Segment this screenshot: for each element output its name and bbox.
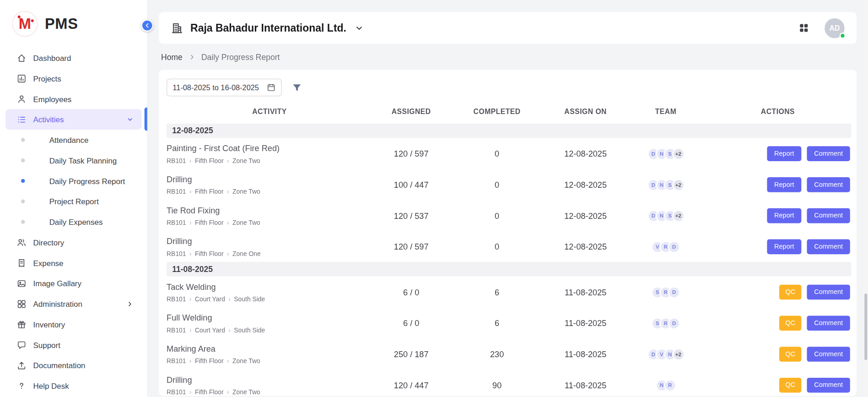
sidebar-collapse-button[interactable] (141, 19, 153, 32)
assign-on-value: 12-08-2025 (544, 211, 627, 221)
activity-location-path: RB101›Fifth Floor›Zone One (167, 250, 372, 257)
date-group-header: 12-08-2025 (167, 124, 851, 138)
sidebar-item-daily-expenses[interactable]: Daily Expenses (5, 212, 142, 232)
team-avatars: NR (627, 379, 704, 392)
sidebar-item-label: Projects (33, 74, 61, 82)
location-segment: Fifth Floor (195, 358, 224, 364)
sidebar-item-daily-task-planning[interactable]: Daily Task Planning (5, 150, 142, 171)
upload-icon (16, 360, 27, 370)
activity-name: Drilling (167, 236, 372, 246)
assigned-value: 120 / 597 (372, 242, 450, 252)
team-avatars: VRD (627, 241, 704, 253)
location-segment: Zone Two (232, 358, 260, 364)
table-row: DrillingRB101›Fifth Floor›Zone Two100 / … (167, 169, 851, 200)
sidebar-item-help-desk[interactable]: Help Desk (5, 375, 142, 396)
bullet-icon (21, 220, 25, 223)
sidebar-item-directory[interactable]: Directory (5, 232, 142, 253)
sidebar-item-expense[interactable]: Expense (5, 253, 142, 273)
column-header-assigned: ASSIGNED (372, 108, 450, 116)
location-segment: Fifth Floor (195, 250, 224, 257)
completed-value: 6 (450, 318, 544, 328)
table-row: Tack WeldingRB101›Court Yard›South Side6… (167, 277, 851, 308)
sidebar-item-projects[interactable]: Projects (5, 68, 142, 89)
topbar: Raja Bahadur International Ltd. AD (159, 12, 857, 44)
sidebar-item-label: Daily Expenses (49, 218, 103, 226)
sidebar-item-label: Help Desk (33, 381, 69, 390)
logo-dot (18, 16, 21, 18)
completed-value: 6 (450, 288, 544, 297)
report-button[interactable]: Report (767, 146, 801, 161)
sidebar-item-label: Administration (33, 299, 82, 308)
company-selector[interactable]: Raja Bahadur International Ltd. (171, 22, 364, 34)
team-extra-badge: +2 (672, 147, 685, 160)
assigned-value: 100 / 447 (372, 180, 450, 190)
scrollbar-thumb[interactable] (864, 294, 867, 360)
row-actions: ReportComment (705, 208, 852, 223)
report-button[interactable]: Report (767, 177, 801, 192)
help-icon (16, 381, 27, 391)
sidebar-item-image-gallary[interactable]: Image Gallary (5, 273, 142, 294)
assigned-value: 6 / 0 (372, 288, 450, 297)
sidebar-item-label: Image Gallary (33, 279, 81, 288)
sidebar-item-attendance[interactable]: Attendance (5, 130, 142, 150)
comment-button[interactable]: Comment (807, 347, 850, 362)
chevron-left-icon (144, 22, 151, 29)
comment-button[interactable]: Comment (807, 378, 850, 393)
date-range-input[interactable]: 11-08-2025 to 16-08-2025 (167, 79, 282, 97)
completed-value: 0 (450, 149, 544, 158)
assign-on-value: 12-08-2025 (544, 242, 627, 252)
table-row: Tie Rod FixingRB101›Fifth Floor›Zone Two… (167, 200, 851, 231)
sidebar-item-project-report[interactable]: Project Report (5, 191, 142, 212)
sidebar-item-administration[interactable]: Administration (5, 294, 142, 314)
column-header-team: TEAM (627, 108, 704, 116)
brand-logo: M (12, 11, 38, 37)
sidebar-item-employees[interactable]: Employees (5, 89, 142, 109)
team-avatars: DNS+2 (627, 147, 704, 160)
qc-button[interactable]: QC (779, 347, 801, 362)
bullet-icon (21, 199, 25, 203)
report-button[interactable]: Report (767, 208, 801, 223)
sidebar-item-documentation[interactable]: Documentation (5, 355, 142, 375)
user-avatar[interactable]: AD (825, 18, 845, 38)
report-card: 11-08-2025 to 16-08-2025 ACTIVITY ASSIGN… (159, 70, 857, 396)
sidebar-item-label: Expense (33, 258, 64, 267)
chevron-right-icon: › (189, 188, 192, 195)
comment-button[interactable]: Comment (807, 285, 850, 300)
sidebar-item-activities[interactable]: Activities (5, 109, 142, 130)
team-avatars: DVN+2 (627, 348, 704, 360)
report-button[interactable]: Report (767, 239, 801, 254)
row-actions: QCComment (705, 315, 852, 331)
image-icon (16, 278, 27, 288)
sidebar-item-label: Dashboard (33, 54, 71, 62)
breadcrumb-home[interactable]: Home (161, 53, 183, 61)
home-icon (16, 53, 27, 63)
sidebar-item-dashboard[interactable]: Dashboard (5, 48, 142, 68)
breadcrumb: Home Daily Progress Report (159, 44, 857, 70)
qc-button[interactable]: QC (779, 378, 801, 393)
location-segment: RB101 (167, 327, 186, 334)
comment-button[interactable]: Comment (807, 239, 850, 254)
sidebar-item-daily-progress-report[interactable]: Daily Progress Report (5, 171, 142, 191)
filter-icon[interactable] (291, 82, 302, 93)
qc-button[interactable]: QC (779, 285, 801, 300)
person-icon (16, 94, 27, 104)
sidebar-item-inventory[interactable]: Inventory (5, 314, 142, 335)
list-icon (16, 114, 27, 125)
comment-button[interactable]: Comment (807, 146, 850, 161)
comment-button[interactable]: Comment (807, 177, 850, 192)
qc-button[interactable]: QC (779, 315, 801, 331)
comment-button[interactable]: Comment (807, 208, 850, 223)
chevron-right-icon: › (227, 219, 229, 226)
sidebar-item-support[interactable]: Support (5, 335, 142, 355)
activity-name: Tie Rod Fixing (167, 206, 372, 215)
team-extra-badge: +2 (672, 179, 685, 191)
people-icon (16, 237, 27, 247)
comment-button[interactable]: Comment (807, 315, 850, 331)
table-body: 12-08-2025Painting - First Coat (Fire Re… (167, 124, 851, 396)
completed-value: 90 (450, 381, 544, 390)
column-header-actions: ACTIONS (705, 108, 852, 116)
apps-grid-icon[interactable] (798, 23, 809, 33)
table-row: Marking AreaRB101›Fifth Floor›Zone Two25… (167, 338, 851, 370)
scrollbar[interactable] (864, 0, 868, 397)
sidebar-item-label: Employees (33, 94, 72, 103)
